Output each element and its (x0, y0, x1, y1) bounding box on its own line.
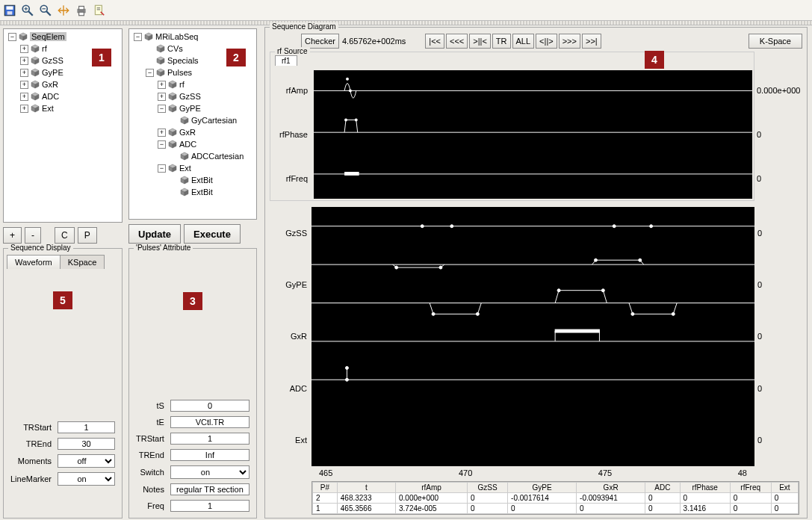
tree-item-p-rf[interactable]: +rf (131, 78, 255, 90)
main-area: 1 −SeqElem +rf +GzSS +GyPE +GxR +ADC +Ex… (0, 25, 812, 520)
trstart-input[interactable] (58, 421, 115, 433)
table-header[interactable]: Ext (771, 483, 798, 493)
nav-all[interactable]: ALL (512, 34, 535, 49)
nav-last[interactable]: >>| (582, 34, 601, 49)
rf-source-title: rf Source (275, 47, 310, 55)
svg-point-26 (450, 225, 453, 228)
sequence-diagram-group: Sequence Diagram Checker 4.65762e+002ms … (264, 27, 808, 519)
tab-kspace[interactable]: KSpace (60, 255, 105, 269)
linemarker-select[interactable]: on (58, 472, 115, 486)
attr-form: tS tE TRStart TREnd Switchon Notes Freq (132, 397, 253, 515)
trend-input[interactable] (58, 438, 115, 450)
table-header[interactable]: P# (313, 483, 338, 493)
rfamp-label: rfAmp (270, 86, 312, 95)
te-input[interactable] (170, 416, 250, 428)
update-button[interactable]: Update (128, 224, 181, 244)
expand-icon[interactable]: + (20, 45, 28, 53)
svg-point-31 (439, 266, 442, 269)
svg-point-18 (349, 89, 352, 92)
tree-item-gycartesian[interactable]: GyCartesian (131, 114, 255, 126)
tree-item-extbit1[interactable]: ExtBit (131, 174, 255, 186)
switch-select[interactable]: on (170, 465, 250, 479)
tree-item-adc[interactable]: +ADC (5, 90, 120, 102)
table-header[interactable]: GzSS (467, 483, 507, 493)
table-header[interactable]: GxR (577, 483, 645, 493)
svg-point-46 (345, 366, 348, 369)
rf-labels: rfAmp rfPhase rfFreq (270, 69, 312, 200)
plus-button[interactable]: + (3, 227, 22, 244)
execute-button[interactable]: Execute (184, 224, 241, 244)
svg-point-32 (595, 259, 598, 261)
collapse-icon[interactable]: − (8, 33, 16, 41)
seq-diag-title: Sequence Diagram (270, 22, 338, 31)
nav-tr[interactable]: TR (492, 34, 511, 49)
svg-point-35 (432, 312, 435, 315)
tree-item-pulses[interactable]: −Pulses (131, 66, 255, 78)
tree-item-p-gxr[interactable]: +GxR (131, 126, 255, 138)
rf-source-group: rf Source rf1 4 rfAmp rfPhase rfFreq (270, 52, 754, 201)
tree-item-adccartesian[interactable]: ADCCartesian (131, 150, 255, 162)
print-icon[interactable] (75, 4, 88, 17)
tree-item-p-gzss[interactable]: +GzSS (131, 90, 255, 102)
nav-nextfast[interactable]: >>> (559, 34, 580, 49)
data-table[interactable]: P#trfAmpGzSSGyPEGxRADCrfPhaserfFreqExt 2… (312, 481, 799, 515)
top-toolbar (0, 0, 812, 21)
svg-point-17 (346, 78, 349, 81)
tab-waveform[interactable]: Waveform (7, 255, 61, 269)
nav-first[interactable]: |<< (425, 34, 444, 49)
rf1-tab[interactable]: rf1 (275, 55, 297, 66)
table-header[interactable]: rfAmp (396, 483, 468, 493)
tree-item-extbit2[interactable]: ExtBit (131, 186, 255, 198)
svg-point-25 (421, 225, 424, 228)
mrilabseq-tree[interactable]: 2 −MRiLabSeq CVs Specials −Pulses +rf +G… (128, 28, 257, 220)
svg-point-27 (613, 225, 616, 228)
attr-trstart-input[interactable] (170, 433, 250, 445)
save-icon[interactable] (3, 4, 16, 17)
table-header[interactable]: GyPE (508, 483, 577, 493)
tree-item-p-gype[interactable]: −GyPE (131, 102, 255, 114)
badge-2: 2 (226, 49, 246, 66)
zoom-out-icon[interactable] (39, 4, 52, 17)
badge-4: 4 (645, 51, 664, 69)
zoom-in-icon[interactable] (21, 4, 34, 17)
kspace-button[interactable]: K-Space (749, 34, 802, 49)
checker-button[interactable]: Checker (301, 34, 339, 49)
svg-rect-12 (79, 12, 84, 16)
nav-fit[interactable]: <||> (536, 34, 557, 49)
badge-3: 3 (183, 292, 202, 310)
ts-input[interactable] (170, 400, 250, 412)
tree-item-ext[interactable]: +Ext (5, 102, 120, 114)
seqelem-tree[interactable]: 1 −SeqElem +rf +GzSS +GyPE +GxR +ADC +Ex… (3, 28, 123, 223)
tree-item-p-adc[interactable]: −ADC (131, 138, 255, 150)
rf-waveform[interactable] (314, 70, 752, 199)
notes-input[interactable] (170, 483, 250, 495)
nav-prevfast[interactable]: <<< (446, 34, 468, 49)
table-header[interactable]: t (337, 483, 395, 493)
table-header[interactable]: rfFreq (730, 483, 771, 493)
tree-item-gype[interactable]: +GyPE (5, 66, 120, 78)
nav-playpause[interactable]: >||< (469, 34, 491, 49)
table-row[interactable]: 2468.32330.000e+0000-0.0017614-0.0093941… (313, 493, 799, 504)
left-column: 1 −SeqElem +rf +GzSS +GyPE +GxR +ADC +Ex… (0, 25, 125, 520)
freq-input[interactable] (170, 500, 250, 512)
notes-icon[interactable] (93, 4, 106, 17)
tree-item-gxr[interactable]: +GxR (5, 78, 120, 90)
tree-root-mrilab[interactable]: −MRiLabSeq (131, 31, 255, 43)
grad-waveform[interactable] (312, 207, 754, 466)
svg-line-4 (28, 11, 33, 16)
pan-icon[interactable] (57, 4, 70, 17)
moments-select[interactable]: off (58, 454, 115, 468)
table-row[interactable]: 1465.35663.724e-00500003.141600 (313, 504, 799, 514)
right-column: Sequence Diagram Checker 4.65762e+002ms … (260, 25, 812, 520)
table-header[interactable]: ADC (645, 483, 680, 493)
seq-display-title: Sequence Display (8, 244, 73, 252)
p-button[interactable]: P (78, 227, 97, 244)
table-header[interactable]: rfPhase (680, 483, 730, 493)
svg-point-36 (476, 312, 479, 315)
minus-button[interactable]: - (25, 227, 41, 244)
c-button[interactable]: C (55, 227, 75, 244)
attr-trend-input[interactable] (170, 449, 250, 461)
grad-values: 0 0 0 0 0 (756, 207, 799, 466)
tree-root-seqelem[interactable]: −SeqElem (5, 31, 120, 43)
tree-item-p-ext[interactable]: −Ext (131, 162, 255, 174)
